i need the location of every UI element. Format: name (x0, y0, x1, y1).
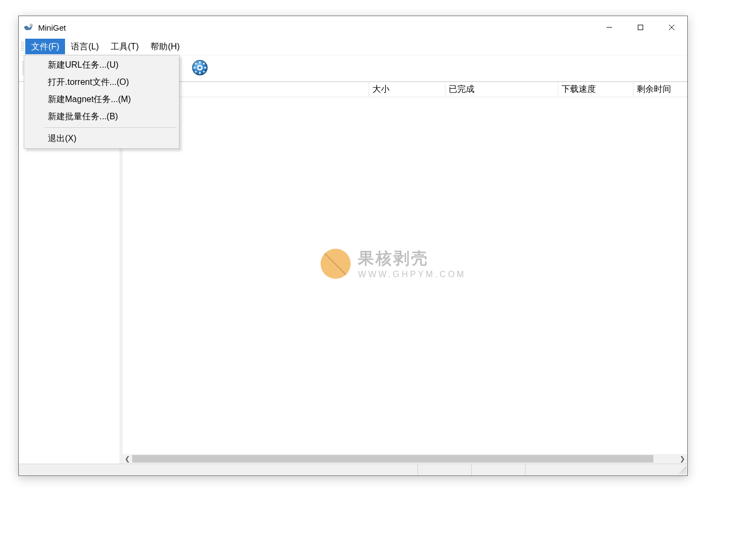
titlebar: MiniGet (19, 16, 687, 39)
resize-grip-icon[interactable] (679, 467, 686, 474)
svg-point-0 (30, 24, 33, 27)
list-body: 果核剥壳 WWW.GHPYM.COM (123, 97, 687, 454)
svg-rect-7 (199, 61, 201, 63)
app-icon (23, 22, 34, 33)
watermark-logo-icon (320, 249, 350, 279)
settings-button[interactable] (189, 57, 211, 80)
svg-rect-10 (204, 67, 206, 68)
menu-help[interactable]: 帮助(H) (145, 39, 185, 54)
menu-tools[interactable]: 工具(T) (105, 39, 145, 54)
column-download-speed[interactable]: 下载速度 (558, 82, 633, 97)
scroll-thumb[interactable] (132, 455, 653, 463)
scroll-right-arrow-icon[interactable]: ❯ (678, 454, 687, 464)
statusbar (19, 464, 687, 475)
watermark-title: 果核剥壳 (358, 248, 466, 270)
column-size[interactable]: 大小 (369, 82, 445, 97)
app-window: MiniGet 文件(F) 语言(L) 工具(T) 帮助(H) 新建URL任务.… (18, 16, 688, 476)
file-dropdown: 新建URL任务...(U) 打开.torrent文件...(O) 新建Magne… (24, 55, 179, 149)
svg-rect-2 (638, 25, 643, 30)
watermark: 果核剥壳 WWW.GHPYM.COM (320, 248, 466, 279)
main-panel: 大小 已完成 下载速度 剩余时间 果核剥壳 WWW.GHPYM.COM ❮ ❯ (123, 82, 687, 464)
dd-new-magnet-task[interactable]: 新建Magnet任务...(M) (25, 91, 178, 108)
menu-file[interactable]: 文件(F) (25, 39, 65, 54)
minimize-button[interactable] (594, 16, 625, 39)
status-segment-2 (471, 465, 525, 475)
dd-open-torrent[interactable]: 打开.torrent文件...(O) (25, 74, 178, 91)
status-segment-3 (525, 465, 679, 475)
svg-rect-8 (199, 71, 201, 74)
close-button[interactable] (656, 16, 687, 39)
dd-new-batch-task[interactable]: 新建批量任务...(B) (25, 108, 178, 125)
dd-separator (45, 127, 177, 128)
menu-language[interactable]: 语言(L) (65, 39, 105, 54)
window-controls (594, 16, 687, 39)
column-completed[interactable]: 已完成 (445, 82, 558, 97)
status-segment-1 (417, 465, 471, 475)
dd-new-url-task[interactable]: 新建URL任务...(U) (25, 56, 178, 74)
maximize-button[interactable] (625, 16, 656, 39)
column-remaining-time[interactable]: 剩余时间 (633, 82, 687, 97)
horizontal-scrollbar[interactable]: ❮ ❯ (123, 454, 687, 464)
gear-icon (191, 59, 208, 78)
watermark-subtitle: WWW.GHPYM.COM (358, 270, 466, 279)
column-headers: 大小 已完成 下载速度 剩余时间 (123, 82, 687, 97)
svg-point-15 (199, 66, 201, 69)
app-title: MiniGet (38, 23, 66, 32)
scroll-left-arrow-icon[interactable]: ❮ (123, 454, 132, 464)
dd-exit[interactable]: 退出(X) (25, 130, 178, 147)
menubar: 文件(F) 语言(L) 工具(T) 帮助(H) 新建URL任务...(U) 打开… (19, 39, 687, 55)
svg-rect-9 (193, 67, 196, 68)
menubar-grip (21, 42, 24, 51)
